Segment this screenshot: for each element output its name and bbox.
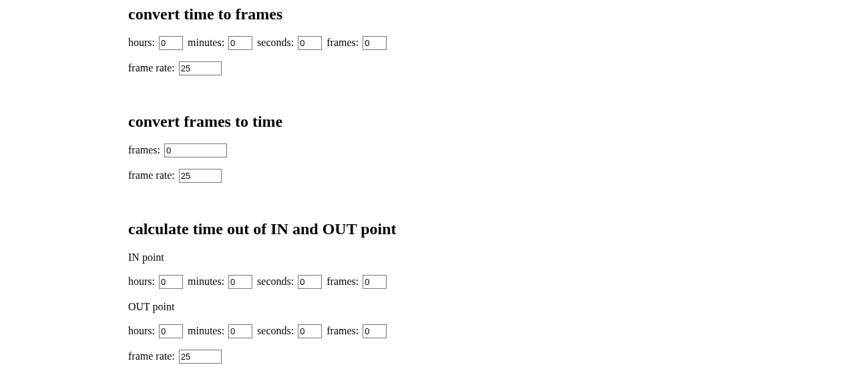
input-frame-rate[interactable]	[179, 169, 222, 183]
input-hours[interactable]	[159, 36, 183, 50]
label-frame-rate: frame rate:	[128, 62, 175, 73]
label-frame-rate: frame rate:	[128, 350, 175, 362]
input-frame-rate[interactable]	[179, 350, 222, 364]
label-minutes: minutes:	[188, 37, 224, 48]
label-in-seconds: seconds:	[257, 276, 294, 287]
label-out-frames: frames:	[327, 325, 359, 336]
section-time-to-frames: convert time to frames hours: minutes: s…	[128, 5, 729, 75]
heading-frames-to-time: convert frames to time	[128, 113, 729, 131]
input-out-frames[interactable]	[363, 324, 387, 338]
label-out-point: OUT point	[128, 300, 729, 314]
label-in-point: IN point	[128, 250, 729, 265]
label-out-seconds: seconds:	[257, 325, 294, 336]
input-out-minutes[interactable]	[228, 324, 252, 338]
label-frame-rate: frame rate:	[128, 169, 175, 181]
input-frames[interactable]	[164, 143, 227, 157]
input-in-minutes[interactable]	[228, 275, 252, 289]
input-frames[interactable]	[363, 36, 387, 50]
label-out-hours: hours:	[128, 325, 155, 336]
input-seconds[interactable]	[298, 36, 322, 50]
input-in-hours[interactable]	[159, 275, 183, 289]
input-minutes[interactable]	[228, 36, 252, 50]
heading-time-to-frames: convert time to frames	[128, 5, 729, 23]
label-in-minutes: minutes:	[188, 276, 224, 287]
input-out-seconds[interactable]	[298, 324, 322, 338]
input-in-seconds[interactable]	[298, 275, 322, 289]
label-hours: hours:	[128, 37, 155, 48]
input-frame-rate[interactable]	[179, 61, 222, 75]
label-seconds: seconds:	[257, 37, 294, 48]
input-out-hours[interactable]	[159, 324, 183, 338]
section-frames-to-time: convert frames to time frames: frame rat…	[128, 113, 729, 183]
label-frames: frames:	[327, 37, 359, 48]
label-in-frames: frames:	[327, 276, 359, 287]
input-in-frames[interactable]	[363, 275, 387, 289]
label-in-hours: hours:	[128, 276, 155, 287]
section-in-out-point: calculate time out of IN and OUT point I…	[128, 220, 729, 364]
label-frames: frames:	[128, 144, 160, 155]
label-out-minutes: minutes:	[188, 325, 224, 336]
heading-in-out-point: calculate time out of IN and OUT point	[128, 220, 729, 238]
